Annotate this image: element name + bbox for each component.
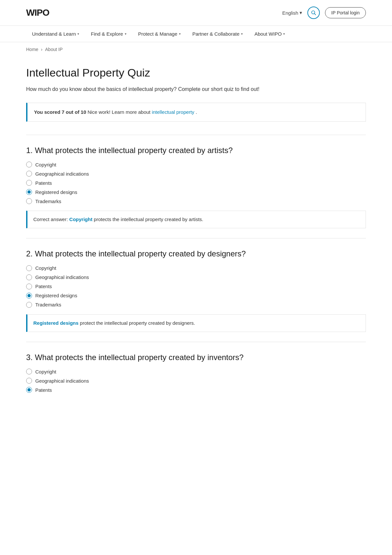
q1-option-registered[interactable]: Registered designs: [26, 189, 366, 195]
q1-label-copyright: Copyright: [35, 162, 56, 167]
language-label: English: [282, 10, 298, 16]
nav-partner-chevron: ▾: [241, 32, 243, 36]
q2-option-copyright[interactable]: Copyright: [26, 265, 366, 271]
ip-portal-login-button[interactable]: IP Portal login: [325, 7, 366, 18]
q3-option-geo[interactable]: Geographical indications: [26, 378, 366, 384]
q3-label-geo: Geographical indications: [35, 378, 89, 384]
q1-radio-patents[interactable]: [26, 180, 32, 186]
q3-radio-patents[interactable]: [26, 387, 32, 393]
question-1-options: Copyright Geographical indications Paten…: [26, 162, 366, 204]
question-2-title: 2. What protects the intellectual proper…: [26, 248, 366, 259]
question-3: 3. What protects the intellectual proper…: [26, 352, 366, 393]
breadcrumb-separator: ›: [41, 47, 42, 52]
q3-radio-copyright[interactable]: [26, 369, 32, 374]
main-content: Intellectual Property Quiz How much do y…: [0, 57, 392, 419]
q1-answer-link[interactable]: Copyright: [69, 217, 92, 222]
q2-radio-trademarks[interactable]: [26, 302, 32, 308]
q2-label-geo: Geographical indications: [35, 274, 89, 280]
search-button[interactable]: [307, 7, 320, 19]
q2-radio-geo[interactable]: [26, 274, 32, 280]
q2-option-trademarks[interactable]: Trademarks: [26, 302, 366, 308]
q2-radio-inner-registered: [27, 294, 31, 297]
question-1: 1. What protects the intellectual proper…: [26, 145, 366, 229]
q1-option-patents[interactable]: Patents: [26, 180, 366, 186]
q1-answer-suffix: protects the intellectual property creat…: [94, 217, 203, 222]
score-end: .: [196, 109, 197, 115]
main-nav: Understand & Learn ▾ Find & Explore ▾ Pr…: [0, 26, 392, 42]
q1-radio-geo[interactable]: [26, 171, 32, 177]
q1-label-registered: Registered designs: [35, 189, 77, 195]
q2-radio-registered[interactable]: [26, 293, 32, 299]
breadcrumb: Home › About IP: [0, 42, 392, 57]
nav-find-chevron: ▾: [125, 32, 126, 36]
nav-about-chevron: ▾: [283, 32, 285, 36]
nav-understand-label: Understand & Learn: [32, 31, 76, 37]
nav-partner-label: Partner & Collaborate: [192, 31, 239, 37]
breadcrumb-current: About IP: [45, 47, 63, 52]
q1-radio-registered[interactable]: [26, 189, 32, 195]
nav-item-find[interactable]: Find & Explore ▾: [85, 26, 132, 42]
q1-label-trademarks: Trademarks: [35, 199, 61, 204]
q1-answer-prefix: Correct answer:: [33, 217, 69, 222]
language-selector[interactable]: English ▾: [282, 10, 302, 16]
header-right: English ▾ IP Portal login: [282, 7, 366, 19]
q1-radio-inner-registered: [27, 190, 31, 194]
q1-option-copyright[interactable]: Copyright: [26, 162, 366, 167]
q2-option-registered[interactable]: Registered designs: [26, 293, 366, 299]
score-box: You scored 7 out of 10 Nice work! Learn …: [26, 103, 366, 122]
q2-option-patents[interactable]: Patents: [26, 284, 366, 289]
divider-3: [26, 342, 366, 342]
q3-label-patents: Patents: [35, 387, 52, 393]
search-icon: [311, 10, 316, 15]
q3-radio-geo[interactable]: [26, 378, 32, 384]
question-3-title: 3. What protects the intellectual proper…: [26, 352, 366, 363]
nav-item-partner[interactable]: Partner & Collaborate ▾: [187, 26, 249, 42]
q1-label-patents: Patents: [35, 180, 52, 186]
q3-radio-inner-patents: [27, 388, 31, 391]
q2-answer-suffix: protect the intellectual property create…: [80, 320, 195, 326]
language-chevron: ▾: [300, 10, 302, 16]
nav-understand-chevron: ▾: [77, 32, 79, 36]
nav-find-label: Find & Explore: [91, 31, 123, 37]
q2-label-patents: Patents: [35, 284, 52, 289]
divider-2: [26, 238, 366, 238]
q3-label-copyright: Copyright: [35, 369, 56, 374]
wipo-logo: WIPO: [26, 8, 49, 18]
q1-radio-copyright[interactable]: [26, 162, 32, 167]
q2-label-registered: Registered designs: [35, 293, 77, 298]
score-bold: You scored 7 out of 10: [34, 109, 86, 115]
q1-option-trademarks[interactable]: Trademarks: [26, 198, 366, 204]
q2-answer-link[interactable]: Registered designs: [33, 320, 78, 326]
score-text: Nice work! Learn more about: [88, 109, 152, 115]
header: WIPO English ▾ IP Portal login: [0, 0, 392, 26]
q1-radio-trademarks[interactable]: [26, 198, 32, 204]
question-1-number: 1.: [26, 146, 35, 155]
breadcrumb-home[interactable]: Home: [26, 47, 38, 52]
nav-item-understand[interactable]: Understand & Learn ▾: [26, 26, 85, 42]
q1-option-geo[interactable]: Geographical indications: [26, 171, 366, 177]
question-2-options: Copyright Geographical indications Paten…: [26, 265, 366, 308]
question-2: 2. What protects the intellectual proper…: [26, 248, 366, 332]
q3-option-patents[interactable]: Patents: [26, 387, 366, 393]
q2-answer-box: Registered designs protect the intellect…: [26, 314, 366, 332]
q2-radio-patents[interactable]: [26, 284, 32, 289]
svg-line-1: [314, 13, 316, 15]
q2-label-trademarks: Trademarks: [35, 302, 61, 307]
page-title: Intellectual Property Quiz: [26, 66, 366, 79]
question-3-number: 3.: [26, 353, 35, 362]
nav-item-about[interactable]: About WIPO ▾: [249, 26, 291, 42]
question-1-title: 1. What protects the intellectual proper…: [26, 145, 366, 156]
q2-option-geo[interactable]: Geographical indications: [26, 274, 366, 280]
q1-answer-box: Correct answer: Copyright protects the i…: [26, 211, 366, 228]
question-3-options: Copyright Geographical indications Paten…: [26, 369, 366, 393]
page-description: How much do you know about the basics of…: [26, 85, 366, 94]
nav-protect-label: Protect & Manage: [138, 31, 177, 37]
question-2-number: 2.: [26, 249, 35, 258]
q2-radio-copyright[interactable]: [26, 265, 32, 271]
q3-option-copyright[interactable]: Copyright: [26, 369, 366, 374]
q2-label-copyright: Copyright: [35, 265, 56, 271]
nav-protect-chevron: ▾: [179, 32, 181, 36]
nav-item-protect[interactable]: Protect & Manage ▾: [132, 26, 187, 42]
score-ip-link[interactable]: intellectual property: [152, 109, 194, 115]
divider-1: [26, 135, 366, 135]
